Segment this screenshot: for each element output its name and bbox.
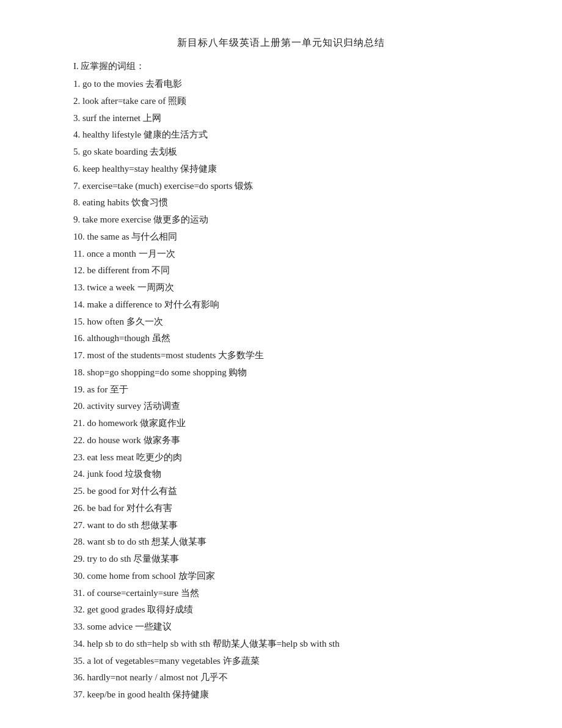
list-item: 2. look after=take care of 照顾	[73, 93, 489, 110]
list-item: 12. be different from 不同	[73, 262, 489, 279]
section-header: I. 应掌握的词组：	[73, 61, 489, 72]
list-item: 17. most of the students=most students 大…	[73, 347, 489, 364]
list-item: 10. the same as 与什么相同	[73, 229, 489, 246]
list-item: 20. activity survey 活动调查	[73, 398, 489, 415]
list-item: 14. make a difference to 对什么有影响	[73, 296, 489, 314]
list-item: 32. get good grades 取得好成绩	[73, 601, 489, 619]
list-item: 9. take more exercise 做更多的运动	[73, 211, 489, 229]
list-item: 31. of course=certainly=sure 当然	[73, 585, 489, 602]
list-item: 18. shop=go shopping=do some shopping 购物	[73, 364, 489, 381]
list-item: 27. want to do sth 想做某事	[73, 517, 489, 534]
list-item: 23. eat less meat 吃更少的肉	[73, 449, 489, 466]
list-item: 22. do house work 做家务事	[73, 432, 489, 449]
list-item: 15. how often 多久一次	[73, 314, 489, 331]
list-item: 8. eating habits 饮食习惯	[73, 194, 489, 211]
list-item: 29. try to do sth 尽量做某事	[73, 551, 489, 568]
list-item: 7. exercise=take (much) exercise=do spor…	[73, 178, 489, 195]
list-item: 6. keep healthy=stay healthy 保持健康	[73, 161, 489, 178]
list-item: 34. help sb to do sth=help sb with sth 帮…	[73, 636, 489, 653]
list-item: 30. come home from school 放学回家	[73, 568, 489, 585]
list-item: 24. junk food 垃圾食物	[73, 466, 489, 483]
list-item: 11. once a month 一月一次	[73, 246, 489, 263]
list-item: 33. some advice 一些建议	[73, 619, 489, 636]
list-item: 28. want sb to do sth 想某人做某事	[73, 534, 489, 551]
list-item: 36. hardly=not nearly / almost not 几乎不	[73, 669, 489, 686]
list-item: 3. surf the internet 上网	[73, 110, 489, 127]
vocabulary-list: 1. go to the movies 去看电影2. look after=ta…	[73, 76, 489, 704]
list-item: 26. be bad for 对什么有害	[73, 500, 489, 517]
list-item: 37. keep/be in good health 保持健康	[73, 686, 489, 704]
list-item: 13. twice a week 一周两次	[73, 279, 489, 296]
list-item: 16. although=though 虽然	[73, 330, 489, 347]
list-item: 5. go skate boarding 去划板	[73, 144, 489, 161]
list-item: 4. healthy lifestyle 健康的生活方式	[73, 127, 489, 144]
list-item: 25. be good for 对什么有益	[73, 483, 489, 500]
list-item: 35. a lot of vegetables=many vegetables …	[73, 653, 489, 670]
list-item: 21. do homework 做家庭作业	[73, 415, 489, 432]
page-title: 新目标八年级英语上册第一单元知识归纳总结	[73, 37, 489, 50]
list-item: 1. go to the movies 去看电影	[73, 76, 489, 93]
list-item: 19. as for 至于	[73, 381, 489, 399]
